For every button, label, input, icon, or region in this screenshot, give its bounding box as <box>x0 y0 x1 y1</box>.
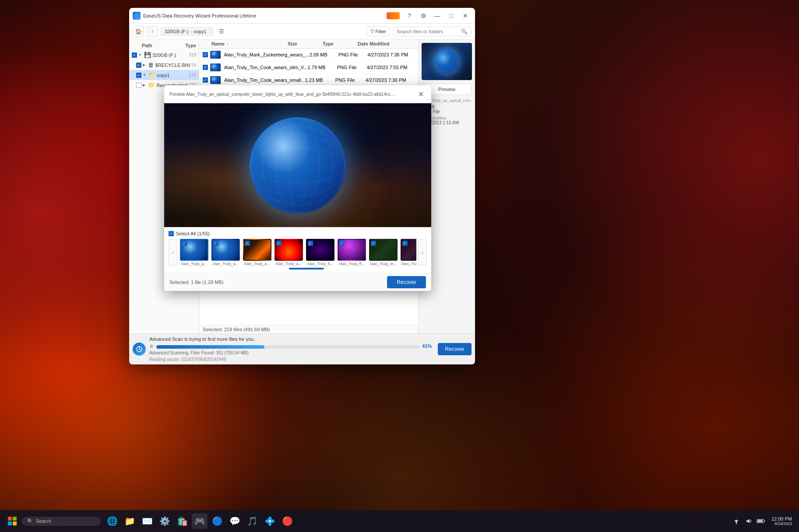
reconstructed-expander[interactable]: ▶ <box>143 83 147 87</box>
thumb-image-7: ✓ <box>369 239 398 261</box>
filter-button[interactable]: ▽ Filter <box>366 26 390 36</box>
file-thumbnail-3 <box>210 76 221 84</box>
close-button[interactable]: ✕ <box>459 11 472 20</box>
search-input[interactable] <box>397 29 461 34</box>
size-column-header[interactable]: Size <box>288 41 323 46</box>
menu-button[interactable]: ☰ <box>216 26 227 37</box>
svg-point-9 <box>250 126 345 205</box>
row2-checkbox[interactable]: ✓ <box>203 65 208 70</box>
globe-sphere <box>250 117 346 214</box>
tree-item-copy1[interactable]: ✓ ▼ 📁 copy1 110 <box>129 70 199 80</box>
taskbar-search-label: Search <box>36 518 51 524</box>
svg-point-8 <box>250 135 345 196</box>
thumbnail-8[interactable]: ✓ Alan_Truly_m... <box>400 239 416 266</box>
recycle-expander[interactable]: ▶ <box>143 63 147 67</box>
thumbnail-1[interactable]: ✓ Alan_Truly_a... <box>179 239 209 266</box>
thumb-check-7: ✓ <box>371 241 376 246</box>
taskbar-app-settings[interactable]: ⚙️ <box>157 513 172 529</box>
filter-icon: ▽ <box>370 28 374 34</box>
copy1-expander[interactable]: ▼ <box>143 73 147 77</box>
type-column-header[interactable]: Type <box>323 41 358 46</box>
thumbnail-7[interactable]: ✓ Alan_Truly_m... <box>368 239 398 266</box>
preview-image <box>422 43 472 80</box>
thumb-label-2: Alan_Truly_a... <box>211 262 240 266</box>
dialog-title: Preview Alan_Truly_an_optical_computer_t… <box>169 92 397 97</box>
taskbar-app-mail[interactable]: ✉️ <box>139 513 155 529</box>
select-all-label: Select All (1/55) <box>176 231 210 236</box>
scan-info: Advanced Scan is trying to find more fil… <box>149 336 434 362</box>
thumbnail-6[interactable]: ✓ Alan_Truly_fl... <box>337 239 366 266</box>
thumb-image-8: ✓ <box>401 239 417 261</box>
taskbar-app-discord[interactable]: 💬 <box>227 513 243 529</box>
dialog-close-button[interactable]: ✕ <box>415 89 426 99</box>
file-name-3: Alan_Truly_Tim_Cook_wears_small... <box>224 77 305 83</box>
file-name-1: Alan_Truly_Mark_Zuckerberg_wears_... <box>224 52 310 57</box>
taskbar-app-store[interactable]: 🛍️ <box>174 513 190 529</box>
minimize-button[interactable]: — <box>431 11 443 20</box>
taskbar-app-steam[interactable]: 🎮 <box>192 513 208 529</box>
taskbar-search-box[interactable]: 🔍 Search <box>22 517 101 526</box>
globe-container <box>250 117 346 214</box>
tray-battery-icon[interactable] <box>757 517 765 525</box>
next-thumbnail-button[interactable]: › <box>418 239 427 266</box>
select-all-checkbox[interactable]: ✓ <box>169 231 174 236</box>
copy1-checkbox[interactable]: ✓ <box>136 73 141 78</box>
name-column-header[interactable]: Name ↑ <box>211 41 288 46</box>
recover-button-dialog[interactable]: Recover <box>387 276 426 288</box>
file-thumbnail-1 <box>210 51 221 59</box>
drive-expander[interactable]: ▼ <box>138 53 143 57</box>
recycle-checkbox[interactable]: ✓ <box>136 63 141 68</box>
thumbnail-2[interactable]: ✓ Alan_Truly_a... <box>211 239 240 266</box>
taskbar-app-red[interactable]: 🔴 <box>279 513 295 529</box>
thumb-image-2: ✓ <box>211 239 240 261</box>
selected-count-text: Selected: 219 files (491.69 MB) <box>203 327 270 332</box>
up-button[interactable]: ↑ <box>147 26 158 37</box>
thumbnail-5[interactable]: ✓ Alan_Truly_fi... <box>305 239 335 266</box>
pause-icon[interactable]: ⏸ <box>149 344 154 349</box>
taskbar-app-spotify[interactable]: 🎵 <box>244 513 260 529</box>
thumb-check-2: ✓ <box>213 241 218 246</box>
taskbar-app-edge[interactable]: 🌐 <box>104 513 120 529</box>
file-date-2: 4/27/2023 7:55 PM <box>366 65 415 70</box>
prev-thumbnail-button[interactable]: ‹ <box>169 239 177 266</box>
thumbnail-4[interactable]: ✓ Alan_Truly_a... <box>274 239 303 266</box>
copy1-icon: 📁 <box>148 72 155 78</box>
thumbnail-3[interactable]: ✓ Alan_Truly_a... <box>242 239 272 266</box>
row1-checkbox[interactable]: ✓ <box>203 52 208 57</box>
row3-checkbox[interactable]: ✓ <box>203 77 208 83</box>
maximize-button[interactable]: □ <box>445 11 458 20</box>
preview-globe <box>435 49 459 74</box>
table-row[interactable]: ✓ Alan_Truly_Tim_Cook_wears_slim_V... 1.… <box>199 61 418 74</box>
system-time[interactable]: 12:00 PM 9/24/2023 <box>769 515 795 527</box>
thumb-label-3: Alan_Truly_a... <box>243 262 271 266</box>
svg-rect-14 <box>764 520 765 522</box>
drive-count: 319 <box>189 52 196 57</box>
drive-checkbox[interactable]: ✓ <box>132 52 137 58</box>
table-row[interactable]: ✓ Alan_Truly_Tim_Cook_wears_small... 1.2… <box>199 74 418 87</box>
table-row[interactable]: ✓ Alan_Truly_Mark_Zuckerberg_wears_... 2… <box>199 49 418 61</box>
taskbar-app-explorer[interactable]: 📁 <box>122 513 137 529</box>
svg-point-10 <box>736 523 737 524</box>
tree-item-drive[interactable]: ✓ ▼ 💾 320GB (F:) 319 <box>129 50 199 60</box>
thumb-image-5: ✓ <box>306 239 334 261</box>
file-thumbnail-2 <box>210 63 221 71</box>
breadcrumb[interactable]: 320GB (F:) › copy1 <box>161 27 213 36</box>
reconstructed-checkbox[interactable] <box>136 83 141 88</box>
taskbar-app-chrome[interactable]: 🔵 <box>209 513 225 529</box>
file-size-2: 1.79 MB <box>308 65 337 70</box>
recover-button-main[interactable]: Recover <box>438 343 472 355</box>
taskbar-app-epic[interactable]: 💠 <box>262 513 278 529</box>
start-button[interactable] <box>4 513 20 529</box>
svg-point-6 <box>289 118 306 213</box>
settings-button[interactable]: ⚙ <box>417 11 429 20</box>
home-button[interactable]: 🏠 <box>133 26 144 37</box>
win-logo-bl <box>8 522 12 525</box>
help-button[interactable]: ? <box>403 11 415 20</box>
drive-icon: 💾 <box>144 52 151 58</box>
tray-volume-icon[interactable] <box>744 517 753 525</box>
date-column-header[interactable]: Date Modified <box>358 41 415 46</box>
tree-item-recycle[interactable]: ✓ ▶ 🗑 $RECYCLE.BIN 54 <box>129 60 199 70</box>
search-box[interactable]: 🔍 <box>393 27 472 36</box>
thumb-check-1: ✓ <box>182 241 187 246</box>
tray-network-icon[interactable] <box>732 517 741 525</box>
